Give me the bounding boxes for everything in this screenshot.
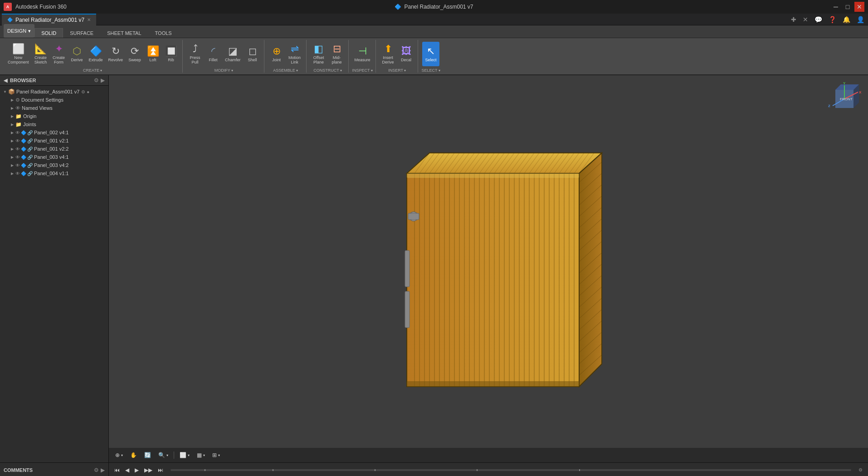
- comments-tab-btn[interactable]: 💬: [813, 16, 824, 23]
- insert-group-label[interactable]: INSERT ▾: [388, 68, 406, 74]
- tree-panel003v1[interactable]: ▶ 👁 🔷 🔗 Panel_003 v4:1: [0, 153, 108, 161]
- decal-btn[interactable]: 🖼 Decal: [398, 42, 415, 66]
- chamfer-btn[interactable]: ◪ Chamfer: [223, 42, 243, 66]
- design-dropdown[interactable]: DESIGN ▾: [4, 24, 34, 38]
- account-btn[interactable]: 👤: [855, 16, 866, 23]
- camera-btn[interactable]: ⊕ ▾: [112, 451, 126, 459]
- derive-btn[interactable]: ⬡ Derive: [68, 42, 86, 66]
- grid-btn[interactable]: ▦ ▾: [194, 451, 208, 459]
- close-button[interactable]: ✕: [854, 2, 864, 12]
- front-face: [407, 173, 579, 387]
- timeline-marker-4: [477, 469, 478, 471]
- timeline-prev-btn[interactable]: ◀: [123, 466, 131, 474]
- timeline-fast-fwd-btn[interactable]: ▶▶: [142, 466, 154, 474]
- display-btn[interactable]: ⬜ ▾: [177, 451, 192, 459]
- joint-btn[interactable]: ⊕ Joint: [268, 42, 285, 66]
- sweep-label: Sweep: [128, 58, 141, 63]
- viewport[interactable]: X Y Z FRONT ⊕ ▾ ✋ 🔄 🔍 ▾: [109, 75, 868, 462]
- sweep-btn[interactable]: ⟳ Sweep: [126, 42, 143, 66]
- doc-settings-arrow[interactable]: ▶: [9, 97, 15, 103]
- eye-icon-p002: 👁: [15, 130, 20, 135]
- tree-panel003v2[interactable]: ▶ 👁 🔷 🔗 Panel_003 v4:2: [0, 161, 108, 169]
- root-arrow[interactable]: ▼: [2, 88, 8, 95]
- timeline-track[interactable]: [171, 469, 851, 471]
- tree-panel001v2[interactable]: ▶ 👁 🔷 🔗 Panel_001 v2:2: [0, 145, 108, 153]
- active-tab[interactable]: 🔷 Panel Radiator_Assm001 v7 ✕: [2, 14, 96, 25]
- panel003v1-arrow[interactable]: ▶: [9, 154, 15, 160]
- construct-group-label[interactable]: CONSTRUCT ▾: [313, 68, 342, 74]
- tab-close-button[interactable]: ✕: [87, 17, 91, 22]
- modify-group-label[interactable]: MODIFY ▾: [215, 68, 233, 74]
- tree-panel004[interactable]: ▶ 👁 🔷 🔗 Panel_004 v1:1: [0, 169, 108, 177]
- tab-close-all[interactable]: ✕: [801, 16, 810, 23]
- browser-collapse-icon[interactable]: ◀: [4, 78, 7, 83]
- browser-settings-btn[interactable]: ⚙: [94, 77, 99, 83]
- measure-btn[interactable]: ⊣ Measure: [352, 42, 373, 66]
- shell-icon: ◻: [249, 45, 257, 57]
- midplane-btn[interactable]: ⊟ Mid-plane: [328, 42, 346, 66]
- timeline-settings-icon[interactable]: ⚙: [858, 467, 863, 472]
- maximize-button[interactable]: □: [843, 2, 853, 12]
- panel003v2-arrow[interactable]: ▶: [9, 162, 15, 168]
- extrude-btn[interactable]: 🔷 Extrude: [87, 42, 105, 66]
- insert-derive-btn[interactable]: ⬆ InsertDerive: [380, 42, 397, 66]
- zoom-btn[interactable]: 🔍 ▾: [156, 451, 171, 459]
- pan-btn[interactable]: ✋: [127, 451, 140, 459]
- origin-arrow[interactable]: ▶: [9, 113, 15, 119]
- derive-icon: ⬡: [73, 45, 81, 57]
- panel001v2-arrow[interactable]: ▶: [9, 146, 15, 152]
- browser-expand-btn[interactable]: ▶: [101, 77, 105, 83]
- orbit-btn[interactable]: 🔄: [141, 451, 154, 459]
- timeline-play-btn[interactable]: ▶: [133, 466, 141, 474]
- tree-panel001v1[interactable]: ▶ 👁 🔷 🔗 Panel_001 v2:1: [0, 137, 108, 145]
- midplane-icon: ⊟: [333, 43, 341, 55]
- comments-expand-btn[interactable]: ▶: [101, 467, 105, 473]
- panel002-arrow[interactable]: ▶: [9, 129, 15, 136]
- ribbon-group-modify: ⤴ PressPull ◜ Fillet ◪ Chamfer ◻ Shell M…: [184, 40, 264, 73]
- press-pull-btn[interactable]: ⤴ PressPull: [186, 42, 204, 66]
- tab-tools[interactable]: TOOLS: [148, 28, 179, 38]
- panel004-arrow[interactable]: ▶: [9, 170, 15, 177]
- minimize-button[interactable]: ─: [831, 2, 841, 12]
- panel001v1-arrow[interactable]: ▶: [9, 137, 15, 144]
- tree-doc-settings[interactable]: ▶ ⚙ Document Settings: [0, 96, 108, 104]
- offset-plane-btn[interactable]: ◧ OffsetPlane: [310, 42, 327, 66]
- revolve-btn[interactable]: ↻ Revolve: [106, 42, 126, 66]
- construct-arrow: ▾: [340, 69, 342, 73]
- select-btn[interactable]: ↖ Select: [422, 42, 439, 66]
- chamfer-label: Chamfer: [225, 58, 241, 63]
- new-tab-button[interactable]: ✚: [789, 16, 798, 23]
- tree-root[interactable]: ▼ 📦 Panel Radiator_Assm001 v7 ⚙ ●: [0, 88, 108, 96]
- comments-settings-btn[interactable]: ⚙: [94, 467, 99, 473]
- timeline-end-btn[interactable]: ⏭: [156, 466, 165, 474]
- assemble-group-label[interactable]: ASSEMBLE ▾: [273, 68, 298, 74]
- orbit-icon: 🔄: [144, 452, 151, 458]
- create-form-btn[interactable]: ✦ CreateForm: [50, 42, 68, 66]
- shape-icon-p001v2: 🔷: [21, 147, 26, 152]
- press-pull-label: PressPull: [190, 56, 200, 65]
- window-controls[interactable]: ─ □ ✕: [831, 2, 864, 12]
- tab-solid[interactable]: SOLID: [34, 28, 63, 38]
- shell-btn[interactable]: ◻ Shell: [244, 42, 261, 66]
- create-group-label[interactable]: CREATE ▾: [83, 68, 102, 74]
- loft-btn[interactable]: ⏫ Loft: [144, 42, 161, 66]
- rib-btn[interactable]: 🔲 Rib: [162, 42, 180, 66]
- help-btn[interactable]: ❓: [827, 16, 838, 23]
- tree-origin[interactable]: ▶ 📁 Origin: [0, 112, 108, 120]
- timeline-start-btn[interactable]: ⏮: [112, 466, 122, 474]
- tree-joints[interactable]: ▶ 📁 Joints: [0, 120, 108, 128]
- tab-sheet-metal[interactable]: SHEET METAL: [100, 28, 148, 38]
- new-component-btn[interactable]: ⬜ NewComponent: [5, 42, 31, 66]
- create-sketch-btn[interactable]: 📐 CreateSketch: [32, 42, 49, 66]
- select-group-label[interactable]: SELECT ▾: [422, 68, 440, 74]
- motion-link-btn[interactable]: ⇌ MotionLink: [286, 42, 303, 66]
- environment-btn[interactable]: ⊞ ▾: [210, 451, 223, 459]
- tab-surface[interactable]: SURFACE: [63, 28, 100, 38]
- fillet-btn[interactable]: ◜ Fillet: [205, 42, 222, 66]
- tree-named-views[interactable]: ▶ 👁 Named Views: [0, 104, 108, 112]
- inspect-group-label[interactable]: INSPECT ▾: [352, 68, 373, 74]
- named-views-arrow[interactable]: ▶: [9, 105, 15, 111]
- notifications-btn[interactable]: 🔔: [841, 16, 852, 23]
- tree-panel002[interactable]: ▶ 👁 🔷 🔗 Panel_002 v4:1: [0, 128, 108, 137]
- joints-arrow[interactable]: ▶: [9, 121, 15, 128]
